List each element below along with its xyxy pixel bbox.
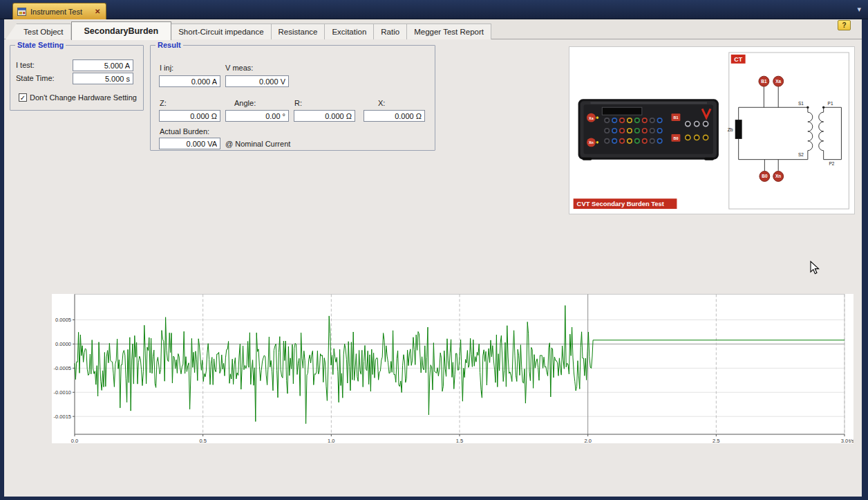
tab-megger-test-report[interactable]: Megger Test Report (407, 24, 491, 39)
panel-caption: CVT Secondary Burden Test (574, 198, 677, 209)
burden-impedance-symbol (735, 120, 742, 139)
angle-label: Angle: (234, 99, 256, 107)
x-input[interactable] (364, 110, 425, 122)
ct-label: CT (734, 56, 742, 63)
svg-text:Xa: Xa (589, 116, 594, 120)
panel-caption-text: CVT Secondary Burden Test (577, 200, 665, 207)
v-meas-label: V meas: (225, 64, 253, 72)
svg-text:B0: B0 (762, 174, 768, 178)
svg-text:B0: B0 (673, 136, 678, 140)
x-label: X: (378, 99, 385, 107)
application-window: Instrument Test ✕ ▾ Test Object Secondar… (0, 0, 868, 500)
z-input[interactable] (159, 110, 220, 122)
i-inj-input[interactable] (159, 75, 220, 87)
i-inj-label: I inj: (160, 64, 173, 72)
svg-text:2.5: 2.5 (713, 438, 719, 443)
winding-p2-label: P2 (829, 161, 835, 166)
waveform-chart-svg: 0.00050.0000-0.0005-0.0010-0.00150.00.51… (52, 294, 853, 443)
svg-text:0.0: 0.0 (71, 438, 78, 443)
r-label: R: (294, 99, 302, 107)
svg-text:t/s: t/s (849, 438, 853, 443)
document-tab-instrument-test[interactable]: Instrument Test ✕ (12, 3, 106, 19)
state-setting-title: State Setting (15, 41, 66, 49)
v-meas-input[interactable] (225, 75, 289, 87)
tab-excitation[interactable]: Excitation (325, 24, 374, 39)
svg-text:Xn: Xn (589, 140, 594, 145)
burden-label: Zb (728, 127, 733, 132)
z-label: Z: (160, 99, 167, 107)
winding-s1-label: S1 (798, 101, 804, 106)
svg-text:1.5: 1.5 (456, 438, 463, 443)
dont-change-label: Don't Change Hardware Setting (30, 93, 137, 102)
svg-text:1.0: 1.0 (328, 438, 334, 443)
actual-burden-label: Actual Burden: (160, 127, 209, 136)
page-tab-bar: Test Object SecondaryBurden Short-Circui… (6, 21, 491, 39)
i-test-label: I test: (16, 61, 35, 69)
svg-text:Xn: Xn (775, 174, 781, 178)
result-title: Result (155, 41, 183, 49)
dont-change-checkbox[interactable]: ✓ (19, 93, 27, 102)
tab-short-circuit-impedance[interactable]: Short-Circuit impedance (171, 24, 271, 39)
dock-dropdown-icon[interactable]: ▾ (857, 5, 861, 14)
instrument-test-icon (17, 8, 26, 16)
angle-input[interactable] (225, 110, 289, 122)
svg-text:B1: B1 (761, 79, 767, 84)
svg-text:0.5: 0.5 (199, 438, 206, 443)
result-group: Result I inj: V meas: Z: Angle: R: X: Ac… (150, 45, 435, 151)
help-button[interactable]: ? (838, 20, 851, 30)
svg-text:2.0: 2.0 (584, 438, 591, 443)
svg-text:B1: B1 (673, 115, 678, 120)
close-tab-icon[interactable]: ✕ (95, 8, 100, 15)
actual-burden-input[interactable] (159, 138, 220, 149)
tab-secondary-burden[interactable]: SecondaryBurden (71, 21, 172, 40)
ct-wiring-diagram: CT Zb S1 P1 S2 P2 B1 Xa B0 Xn (728, 53, 849, 209)
tab-ratio[interactable]: Ratio (374, 24, 407, 39)
state-time-input[interactable] (73, 73, 133, 84)
svg-text:-0.0015: -0.0015 (54, 414, 71, 420)
svg-text:Xa: Xa (775, 79, 781, 84)
nominal-current-note: @ Nominal Current (225, 140, 290, 148)
svg-text:0.0000: 0.0000 (55, 341, 71, 347)
tab-resistance[interactable]: Resistance (272, 24, 326, 39)
svg-text:-0.0005: -0.0005 (54, 365, 71, 371)
wiring-diagram-panel: Xa Xn B1 B0 CT Zb S1 (569, 46, 855, 214)
r-input[interactable] (294, 110, 355, 122)
dock-titlebar: Instrument Test ✕ ▾ (0, 0, 868, 19)
winding-p1-label: P1 (828, 101, 833, 106)
svg-text:-0.0010: -0.0010 (54, 389, 71, 396)
state-time-label: State Time: (16, 74, 55, 82)
svg-text:3.0: 3.0 (841, 438, 848, 443)
i-test-input[interactable] (73, 59, 133, 71)
state-setting-group: State Setting I test: State Time: ✓ Don'… (10, 45, 144, 111)
tab-test-object[interactable]: Test Object (6, 24, 71, 39)
winding-s2-label: S2 (798, 152, 804, 157)
mouse-cursor (810, 261, 820, 275)
test-set-photo: Xa Xn B1 B0 (578, 99, 719, 160)
document-tab-label: Instrument Test (30, 8, 82, 16)
svg-text:0.0005: 0.0005 (55, 317, 71, 323)
